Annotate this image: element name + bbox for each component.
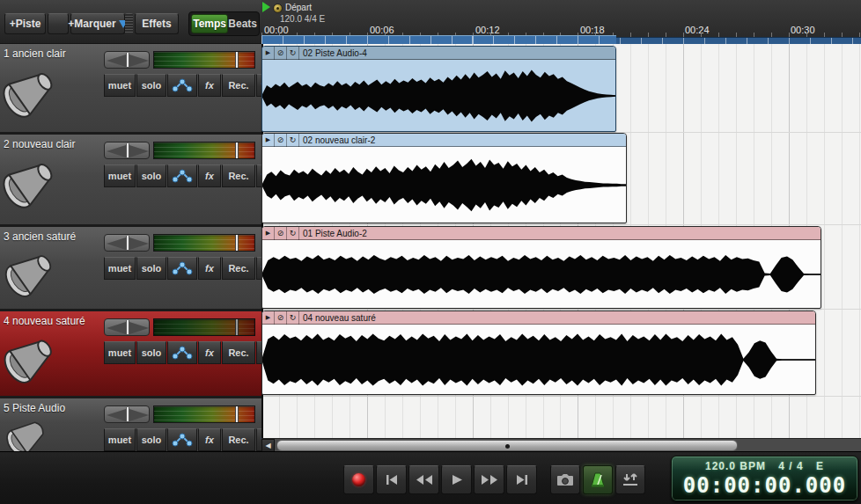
clip-header[interactable]: ▶ ⊘ ↻ 04 nouveau saturé xyxy=(262,311,815,325)
track-panel-row[interactable]: 1 ancien clair muet solo xyxy=(0,44,261,132)
clip-header[interactable]: ▶ ⊘ ↻ 01 Piste Audio-2 xyxy=(262,227,821,240)
play-button[interactable] xyxy=(441,465,472,494)
daw-window: +Piste +Marquer Effets Temps Beats Dépar… xyxy=(0,0,861,504)
record-arm-button[interactable]: Rec. xyxy=(222,257,255,280)
track-name[interactable]: 5 Piste Audio xyxy=(4,402,65,414)
skip-start-icon xyxy=(384,474,400,486)
solo-button[interactable]: solo xyxy=(136,428,166,451)
record-arm-button[interactable]: Rec. xyxy=(222,164,255,187)
track-menu-button[interactable] xyxy=(48,13,69,34)
effects-button[interactable]: Effets xyxy=(135,13,179,34)
fx-button[interactable]: fx xyxy=(198,428,221,451)
clip-mute-icon[interactable]: ⊘ xyxy=(275,311,287,325)
clip-play-icon[interactable]: ▶ xyxy=(262,227,275,240)
record-arm-button[interactable]: Rec. xyxy=(222,341,255,364)
fast-forward-button[interactable] xyxy=(474,465,504,494)
record-button[interactable] xyxy=(343,465,374,494)
clip-loop-icon[interactable]: ↻ xyxy=(287,227,299,240)
track-name[interactable]: 3 ancien saturé xyxy=(4,230,76,243)
time-mode-toggle: Temps Beats xyxy=(188,11,260,36)
audio-clip[interactable]: ▶ ⊘ ↻ 01 Piste Audio-2 xyxy=(261,226,821,309)
clip-play-icon[interactable]: ▶ xyxy=(262,134,275,147)
volume-fader[interactable] xyxy=(153,318,255,336)
camera-icon xyxy=(556,473,574,487)
volume-fader[interactable] xyxy=(153,51,255,69)
routing-button[interactable] xyxy=(167,257,197,280)
track-panel-row[interactable]: 4 nouveau saturé muet solo xyxy=(0,311,261,396)
go-to-end-button[interactable] xyxy=(506,465,537,494)
solo-button[interactable]: solo xyxy=(136,341,166,364)
fx-button[interactable]: fx xyxy=(198,341,221,364)
marker-icon[interactable] xyxy=(273,4,283,13)
routing-button[interactable] xyxy=(167,164,197,187)
waveform xyxy=(262,325,815,394)
mode-beats-button[interactable]: Beats xyxy=(228,14,257,33)
toolbar-grip[interactable] xyxy=(125,13,133,34)
clip-play-icon[interactable]: ▶ xyxy=(262,311,275,325)
pan-slider[interactable] xyxy=(104,51,150,69)
mute-button[interactable]: muet xyxy=(104,341,136,364)
clip-loop-icon[interactable]: ↻ xyxy=(287,311,299,325)
clip-header[interactable]: ▶ ⊘ ↻ 02 Piste Audio-4 xyxy=(262,47,615,60)
pan-slider[interactable] xyxy=(104,405,150,423)
track-panel-row[interactable]: 2 nouveau clair muet solo xyxy=(0,135,261,224)
mute-button[interactable]: muet xyxy=(104,74,136,97)
transport-display[interactable]: 120.0 BPM 4 / 4 E 00:00:00.000 xyxy=(671,456,858,501)
routing-button[interactable] xyxy=(167,428,197,451)
volume-fader[interactable] xyxy=(153,405,255,423)
solo-button[interactable]: solo xyxy=(136,257,166,280)
go-to-start-button[interactable] xyxy=(376,465,407,494)
audio-clip[interactable]: ▶ ⊘ ↻ 04 nouveau saturé xyxy=(261,310,816,395)
fx-button[interactable]: fx xyxy=(198,164,221,187)
pan-slider[interactable] xyxy=(104,234,150,252)
track-name[interactable]: 2 nouveau clair xyxy=(4,138,75,150)
clip-loop-icon[interactable]: ↻ xyxy=(287,47,299,60)
volume-fader[interactable] xyxy=(153,142,255,159)
marker-name: Départ xyxy=(285,3,312,12)
docker-toggle-button[interactable] xyxy=(615,465,645,494)
horizontal-scrollbar[interactable]: ◀ xyxy=(261,438,861,451)
pan-slider[interactable] xyxy=(104,142,150,159)
audio-clip[interactable]: ▶ ⊘ ↻ 02 nouveau clair-2 xyxy=(261,133,627,223)
clip-loop-icon[interactable]: ↻ xyxy=(287,134,299,147)
fx-button[interactable]: fx xyxy=(198,257,221,280)
solo-button[interactable]: solo xyxy=(136,164,166,187)
audio-clip[interactable]: ▶ ⊘ ↻ 02 Piste Audio-4 xyxy=(261,46,616,132)
clip-mute-icon[interactable]: ⊘ xyxy=(275,47,287,60)
rewind-button[interactable] xyxy=(408,465,439,494)
metronome-button[interactable] xyxy=(583,465,613,494)
waveform xyxy=(262,148,626,223)
solo-button[interactable]: solo xyxy=(136,74,166,97)
track-name[interactable]: 1 ancien clair xyxy=(4,47,66,60)
mute-button[interactable]: muet xyxy=(104,164,136,187)
routing-button[interactable] xyxy=(167,341,197,364)
clip-header[interactable]: ▶ ⊘ ↻ 02 nouveau clair-2 xyxy=(262,134,626,147)
add-marker-button[interactable]: +Marquer xyxy=(70,13,125,34)
clip-play-icon[interactable]: ▶ xyxy=(262,47,275,60)
scroll-left-button[interactable]: ◀ xyxy=(261,439,275,452)
mute-button[interactable]: muet xyxy=(104,257,136,280)
record-arm-button[interactable]: Rec. xyxy=(222,74,255,97)
record-arm-button[interactable]: Rec. xyxy=(222,428,255,451)
clip-title: 02 Piste Audio-4 xyxy=(299,48,367,58)
volume-fader[interactable] xyxy=(153,234,255,252)
clip-mute-icon[interactable]: ⊘ xyxy=(275,134,287,147)
play-cursor-icon[interactable] xyxy=(262,2,270,12)
mode-time-button[interactable]: Temps xyxy=(191,14,228,33)
pan-slider[interactable] xyxy=(104,318,150,336)
clip-mute-icon[interactable]: ⊘ xyxy=(275,227,287,240)
add-track-button[interactable]: +Piste xyxy=(4,13,46,34)
mute-button[interactable]: muet xyxy=(104,428,136,451)
time-selection-region[interactable] xyxy=(261,35,616,44)
scrollbar-thumb[interactable] xyxy=(276,440,738,451)
screenshot-button[interactable] xyxy=(550,465,580,494)
track-control-panel: 1 ancien clair muet solo xyxy=(0,44,261,451)
track-panel-row[interactable]: 5 Piste Audio muet solo xyxy=(0,398,261,451)
routing-button[interactable] xyxy=(167,74,197,97)
track-panel-row[interactable]: 3 ancien saturé muet solo xyxy=(0,227,261,309)
time-readout: 00:00:00.000 xyxy=(672,473,857,498)
fx-button[interactable]: fx xyxy=(198,74,221,97)
timeline-ruler[interactable]: Départ 120.0 4/4 E 00:00 00:06 00:12 00:… xyxy=(261,0,861,44)
arrange-view[interactable]: ▶ ⊘ ↻ 02 Piste Audio-4 ▶ ⊘ ↻ 02 nouveau … xyxy=(261,44,861,451)
track-name[interactable]: 4 nouveau saturé xyxy=(4,315,85,327)
